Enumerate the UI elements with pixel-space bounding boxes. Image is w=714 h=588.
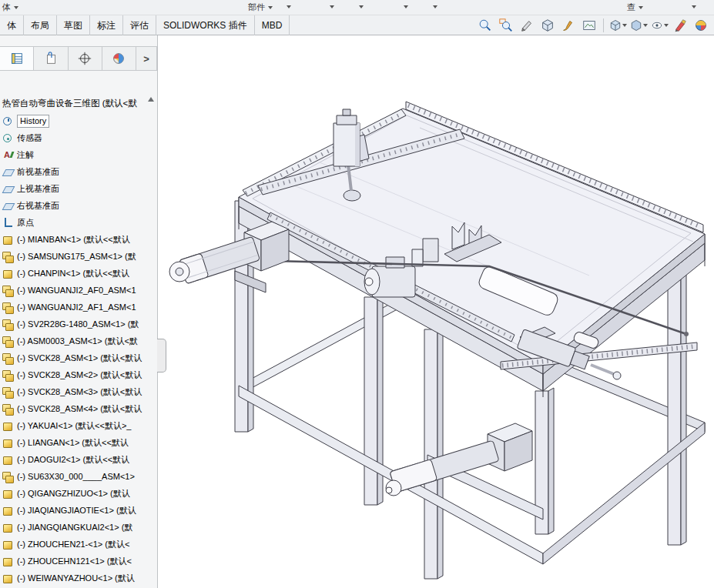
zoom-fit-button[interactable] [476, 17, 494, 34]
tree-item[interactable]: 传感器 [0, 129, 157, 146]
tree-item[interactable]: (-) ZHOUCEHN121<1> (默认< [0, 553, 157, 570]
part-icon [2, 234, 14, 246]
dropdown-caret-icon[interactable] [692, 5, 696, 8]
view-cube-button[interactable] [538, 17, 557, 34]
tree-item[interactable]: (-) CHANPIN<1> (默认<<默认 [0, 265, 157, 282]
zoom-area-icon [498, 18, 514, 33]
tree-item-label: (-) CHANPIN<1> (默认<<默认 [17, 268, 129, 279]
dropdown-caret-icon [643, 24, 648, 27]
tree-item[interactable]: (-) ZHOUCHEN21-<1> (默认< [0, 536, 157, 553]
panel-tab-bar: > [0, 46, 157, 71]
tree-item-label: (-) SAMSUNG175_ASM<1> (默 [17, 251, 136, 262]
tree-item-label: (-) MIANBAN<1> (默认<<默认 [17, 234, 130, 246]
display-style-button[interactable] [629, 17, 648, 34]
apply-scene-button[interactable] [580, 17, 598, 34]
tree-item[interactable]: (-) YAKUAI<1> (默认<<默认>_ [0, 417, 157, 434]
tree-item[interactable]: (-) JIANGQIANGKUAI2<1> (默 [0, 519, 157, 536]
graphics-viewport[interactable] [158, 35, 714, 588]
dropdown-caret-icon[interactable] [330, 5, 334, 8]
view-orientation-button[interactable] [608, 17, 627, 34]
featuremanager-tab[interactable] [0, 47, 34, 70]
command-tab[interactable]: 标注 [90, 15, 123, 35]
tree-item[interactable]: (-) DAOGUI2<1> (默认<<默认 [0, 451, 157, 468]
command-tab[interactable]: MBD [255, 15, 290, 35]
tree-item[interactable]: (-) SVCK28_ASM<4> (默认<默认 [0, 400, 157, 417]
tree-item-label: 注解 [17, 149, 34, 161]
tree-item[interactable]: 上视基准面 [0, 180, 157, 197]
dimxpertmanager-tab[interactable] [69, 47, 102, 70]
displaymanager-tab[interactable] [102, 47, 136, 70]
dropdown-caret-icon [14, 6, 18, 9]
tree-item[interactable]: (-) MIANBAN<1> (默认<<默认 [0, 231, 157, 248]
tree-item[interactable]: (-) QIGANGZHIZUO<1> (默认 [0, 485, 157, 502]
tree-item[interactable]: (-) SV2R28G-1480_ASM<1> (默 [0, 316, 157, 332]
part-icon [2, 488, 14, 499]
dropdown-caret-icon[interactable] [433, 5, 437, 8]
tree-item[interactable]: (-) SVCK28_ASM<2> (默认<默认 [0, 366, 157, 383]
tree-item[interactable]: (-) JIAQIANGJIAOTIE<1> (默认 [0, 502, 157, 519]
assembly-icon [2, 251, 14, 262]
tree-item[interactable]: 原点 [0, 214, 157, 231]
hide-show-icon [650, 18, 664, 32]
assembly-icon [2, 386, 14, 398]
toolbar-item-component[interactable]: 部件 [248, 2, 273, 13]
assembly-icon [2, 319, 14, 330]
command-tab[interactable]: 评估 [123, 15, 156, 35]
tree-item[interactable]: (-) SVCK28_ASM<3> (默认<默认 [0, 383, 157, 400]
appearance-brush-button[interactable] [559, 17, 578, 34]
command-tab-label: 评估 [130, 19, 149, 32]
section-view-button[interactable] [518, 17, 536, 34]
origin-icon [2, 217, 14, 229]
tree-item-label: 前视基准面 [17, 166, 59, 178]
toolbar-item-label: 体 [2, 2, 11, 13]
display-style-icon [629, 18, 643, 32]
tree-item[interactable]: (-) SU63X30_000____ASM<1> [0, 468, 157, 485]
command-tab[interactable]: SOLIDWORKS 插件 [156, 15, 255, 35]
realview-button[interactable] [692, 17, 710, 34]
zoom-area-button[interactable] [497, 17, 515, 34]
tree-item[interactable]: (-) ASM0003_ASM<1> (默认<默 [0, 332, 157, 349]
toolbar-item-right[interactable]: 查 [627, 2, 643, 13]
edit-appearance-button[interactable] [671, 17, 689, 34]
tree-item[interactable]: 注解 [0, 146, 157, 163]
command-tab[interactable]: 体 [0, 15, 24, 35]
command-tab[interactable]: 草图 [57, 15, 90, 35]
dropdown-caret-icon [268, 6, 273, 9]
tree-item[interactable]: (-) LIANGAN<1> (默认<<默认 [0, 434, 157, 451]
tree-item-label: (-) SVCK28_ASM<2> (默认<默认 [17, 369, 142, 381]
dropdown-caret-icon[interactable] [404, 5, 408, 8]
tree-item[interactable]: (-) SVCK28_ASM<1> (默认<默认 [0, 349, 157, 366]
tree-item-label: (-) ZHOUCHEN21-<1> (默认< [17, 539, 129, 550]
tree-item[interactable]: (-) WEIWANYAZHOU<1> (默认 [0, 570, 157, 586]
heads-up-view-toolbar [476, 15, 714, 35]
propertymanager-tab[interactable] [34, 47, 68, 70]
dropdown-caret-icon[interactable] [359, 5, 364, 8]
edit-appearance-icon [672, 18, 688, 33]
command-tab-label: 标注 [97, 19, 116, 32]
panel-splitter-handle[interactable] [157, 339, 166, 373]
history-icon [2, 115, 14, 127]
toolbar-separator [603, 18, 604, 32]
viewport-3d-model[interactable] [158, 35, 714, 588]
assembly-root-item[interactable]: 热管自动弯曲设备三维图 (默认<默 [0, 94, 157, 112]
command-tab-label: 草图 [64, 19, 82, 32]
tree-item[interactable]: History [0, 112, 157, 129]
command-tab[interactable]: 布局 [24, 15, 57, 35]
tree-item[interactable]: (-) WANGUANJI2_AF1_ASM<1 [0, 299, 157, 316]
annotations-icon [2, 149, 14, 161]
tree-item[interactable]: (-) SAMSUNG175_ASM<1> (默 [0, 248, 157, 265]
tree-item[interactable]: 右视基准面 [0, 197, 157, 214]
part-icon [2, 505, 14, 516]
tree-item-label: (-) QIGANGZHIZUO<1> (默认 [17, 488, 130, 499]
panel-expand-button[interactable]: > [136, 47, 157, 70]
part-icon [2, 556, 14, 567]
hide-show-items-button[interactable] [650, 17, 669, 34]
dimxpert-target-icon [77, 51, 92, 66]
tree-item-label: (-) DAOGUI2<1> (默认<<默认 [17, 454, 129, 466]
command-manager-tab-bar: 体 布局 草图 标注 评估 [0, 15, 714, 35]
toolbar-item-assembly[interactable]: 体 [2, 2, 18, 13]
tree-item[interactable]: 前视基准面 [0, 163, 157, 180]
dropdown-caret-icon[interactable] [287, 5, 291, 8]
tree-item[interactable]: (-) WANGUANJI2_AF0_ASM<1 [0, 282, 157, 299]
tree-scroll-up-arrow-icon[interactable] [148, 97, 154, 102]
